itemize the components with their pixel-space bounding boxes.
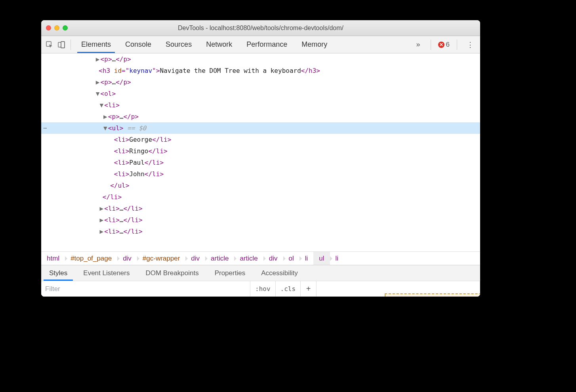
text-node: John (129, 170, 145, 178)
breadcrumb-item[interactable]: article (205, 252, 234, 265)
dom-node[interactable]: <li>Ringo</li> (41, 145, 480, 157)
dom-node[interactable]: <li>Paul</li> (41, 157, 480, 168)
toolbar-separator (71, 40, 71, 50)
tab-label: Elements (81, 40, 111, 49)
breadcrumb-item[interactable]: div (185, 252, 205, 265)
dom-node[interactable]: ▶<p>…</p> (41, 111, 480, 122)
dom-node[interactable]: ▼<ol> (41, 88, 480, 99)
dom-tree[interactable]: ▶<p>…</p> <h3 id="keynav">Navigate the D… (41, 53, 480, 251)
breadcrumb-item[interactable]: div (263, 252, 283, 265)
more-tabs-icon[interactable]: » (413, 40, 423, 49)
minimize-button[interactable] (54, 25, 59, 30)
breadcrumb-item[interactable]: article (234, 252, 263, 265)
panel-tabs: Elements Console Sources Network Perform… (74, 36, 334, 53)
tab-network[interactable]: Network (199, 36, 239, 53)
tab-performance[interactable]: Performance (239, 36, 294, 53)
tab-console[interactable]: Console (118, 36, 158, 53)
tab-label: Performance (246, 40, 287, 49)
traffic-lights (46, 25, 68, 30)
tab-label: Console (125, 40, 151, 49)
window-title: DevTools - localhost:8080/web/tools/chro… (41, 25, 480, 32)
hov-toggle[interactable]: :hov (250, 281, 276, 297)
styles-filter-input[interactable] (41, 281, 250, 297)
text-node: Ringo (129, 147, 148, 155)
dom-node[interactable]: <li>George</li> (41, 134, 480, 145)
subtab-properties[interactable]: Properties (207, 265, 253, 281)
breadcrumb-item[interactable]: #gc-wrapper (137, 252, 186, 265)
dom-node[interactable]: ▶<li>…</li> (41, 226, 480, 237)
device-toolbar-icon[interactable] (55, 39, 67, 51)
tab-elements[interactable]: Elements (74, 36, 118, 53)
cls-toggle[interactable]: .cls (276, 281, 301, 297)
subtab-accessibility[interactable]: Accessibility (253, 265, 306, 281)
dom-node[interactable]: ▼<li> (41, 99, 480, 111)
toolbar-separator (431, 40, 431, 50)
new-style-rule-button[interactable]: + (301, 281, 317, 297)
text-node: George (129, 136, 152, 143)
breadcrumb-item[interactable]: li (330, 252, 344, 265)
styles-pane-tabs: Styles Event Listeners DOM Breakpoints P… (41, 265, 480, 281)
selected-marker: == $0 (127, 124, 146, 132)
error-indicator[interactable]: ✕ 6 (438, 41, 450, 49)
breadcrumb-item[interactable]: div (117, 252, 137, 265)
text-node: Navigate the DOM Tree with a keyboard (160, 67, 301, 74)
devtools-window: DevTools - localhost:8080/web/tools/chro… (41, 20, 480, 297)
maximize-button[interactable] (63, 25, 68, 30)
inspect-element-icon[interactable] (44, 39, 55, 51)
close-button[interactable] (46, 25, 51, 30)
dom-node-selected[interactable]: ▼<ul> == $0 (41, 122, 480, 134)
dom-node[interactable]: ▶<p>…</p> (41, 53, 480, 65)
breadcrumb-item-selected[interactable]: ul (313, 252, 330, 265)
error-icon: ✕ (438, 42, 444, 48)
subtab-dom-breakpoints[interactable]: DOM Breakpoints (137, 265, 206, 281)
breadcrumb-item[interactable]: html (41, 252, 65, 265)
error-count: 6 (446, 41, 450, 49)
breadcrumb-item[interactable]: ol (283, 252, 299, 265)
settings-menu-icon[interactable]: ⋮ (464, 40, 476, 49)
toolbar-separator (457, 40, 457, 50)
gutter-menu-icon[interactable]: ⋯ (41, 122, 49, 134)
breadcrumb-item[interactable]: #top_of_page (65, 252, 117, 265)
dom-node[interactable]: <li>John</li> (41, 168, 480, 180)
text-node: Paul (129, 159, 145, 166)
tab-sources[interactable]: Sources (158, 36, 199, 53)
dom-node[interactable]: </li> (41, 191, 480, 203)
breadcrumb-item[interactable]: li (299, 252, 314, 265)
main-toolbar: Elements Console Sources Network Perform… (41, 36, 480, 53)
subtab-event-listeners[interactable]: Event Listeners (75, 265, 137, 281)
dom-node[interactable]: </ul> (41, 180, 480, 191)
tab-label: Network (206, 40, 232, 49)
tab-label: Memory (301, 40, 327, 49)
attr-value: keynav (129, 67, 152, 74)
dom-node[interactable]: ▶<p>…</p> (41, 76, 480, 88)
tab-label: Sources (166, 40, 192, 49)
dom-node[interactable]: <h3 id="keynav">Navigate the DOM Tree wi… (41, 65, 480, 76)
svg-rect-2 (61, 42, 65, 48)
toolbar-right: » ✕ 6 ⋮ (413, 40, 478, 50)
tab-memory[interactable]: Memory (294, 36, 334, 53)
titlebar: DevTools - localhost:8080/web/tools/chro… (41, 20, 480, 36)
breadcrumb: html #top_of_page div #gc-wrapper div ar… (41, 251, 480, 265)
dom-node[interactable]: ▶<li>…</li> (41, 203, 480, 214)
box-model-preview (385, 293, 480, 297)
dom-node[interactable]: ▶<li>…</li> (41, 214, 480, 226)
subtab-styles[interactable]: Styles (41, 265, 75, 281)
